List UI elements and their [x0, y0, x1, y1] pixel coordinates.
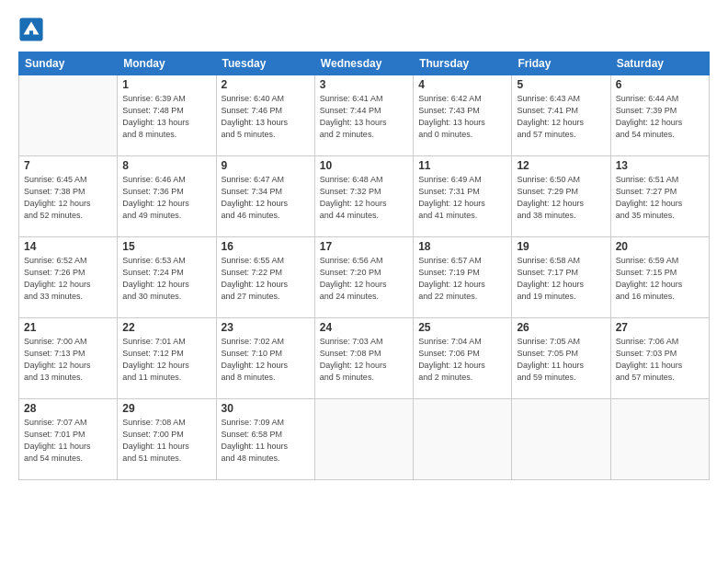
day-number: 10	[320, 159, 408, 172]
calendar-cell: 12Sunrise: 6:50 AM Sunset: 7:29 PM Dayli…	[512, 156, 610, 237]
calendar-cell: 4Sunrise: 6:42 AM Sunset: 7:43 PM Daylig…	[414, 75, 512, 156]
day-number: 9	[222, 159, 310, 172]
calendar-cell	[314, 399, 413, 480]
calendar-cell: 21Sunrise: 7:00 AM Sunset: 7:13 PM Dayli…	[19, 318, 118, 399]
column-header-saturday: Saturday	[610, 52, 709, 75]
calendar-table: SundayMondayTuesdayWednesdayThursdayFrid…	[18, 52, 710, 480]
calendar-cell: 22Sunrise: 7:01 AM Sunset: 7:12 PM Dayli…	[118, 318, 216, 399]
calendar-cell: 16Sunrise: 6:55 AM Sunset: 7:22 PM Dayli…	[216, 237, 314, 318]
day-info: Sunrise: 6:49 AM Sunset: 7:31 PM Dayligh…	[418, 174, 506, 222]
calendar-cell: 30Sunrise: 7:09 AM Sunset: 6:58 PM Dayli…	[216, 399, 314, 480]
day-number: 11	[418, 159, 506, 172]
calendar-cell: 6Sunrise: 6:44 AM Sunset: 7:39 PM Daylig…	[610, 75, 709, 156]
calendar-week-row: 1Sunrise: 6:39 AM Sunset: 7:48 PM Daylig…	[19, 75, 710, 156]
page-header	[18, 17, 710, 42]
day-number: 7	[24, 159, 112, 172]
day-number: 19	[517, 240, 605, 253]
calendar-header-row: SundayMondayTuesdayWednesdayThursdayFrid…	[19, 52, 710, 75]
day-info: Sunrise: 7:01 AM Sunset: 7:12 PM Dayligh…	[122, 336, 210, 384]
calendar-cell: 11Sunrise: 6:49 AM Sunset: 7:31 PM Dayli…	[414, 156, 512, 237]
day-info: Sunrise: 6:43 AM Sunset: 7:41 PM Dayligh…	[517, 93, 605, 141]
day-number: 5	[517, 78, 605, 91]
calendar-cell	[19, 75, 118, 156]
calendar-cell: 10Sunrise: 6:48 AM Sunset: 7:32 PM Dayli…	[314, 156, 413, 237]
day-number: 23	[222, 321, 310, 334]
day-info: Sunrise: 6:52 AM Sunset: 7:26 PM Dayligh…	[24, 255, 112, 303]
day-number: 30	[222, 402, 310, 415]
day-number: 6	[616, 78, 704, 91]
day-number: 2	[222, 78, 310, 91]
calendar-cell: 1Sunrise: 6:39 AM Sunset: 7:48 PM Daylig…	[118, 75, 216, 156]
day-info: Sunrise: 6:59 AM Sunset: 7:15 PM Dayligh…	[616, 255, 704, 303]
day-info: Sunrise: 6:39 AM Sunset: 7:48 PM Dayligh…	[122, 93, 210, 141]
day-number: 17	[320, 240, 408, 253]
day-info: Sunrise: 7:02 AM Sunset: 7:10 PM Dayligh…	[222, 336, 310, 384]
calendar-week-row: 7Sunrise: 6:45 AM Sunset: 7:38 PM Daylig…	[19, 156, 710, 237]
day-info: Sunrise: 7:06 AM Sunset: 7:03 PM Dayligh…	[616, 336, 704, 384]
day-info: Sunrise: 6:58 AM Sunset: 7:17 PM Dayligh…	[517, 255, 605, 303]
day-info: Sunrise: 7:03 AM Sunset: 7:08 PM Dayligh…	[320, 336, 408, 384]
day-info: Sunrise: 6:40 AM Sunset: 7:46 PM Dayligh…	[222, 93, 310, 141]
day-info: Sunrise: 6:56 AM Sunset: 7:20 PM Dayligh…	[320, 255, 408, 303]
calendar-cell	[610, 399, 709, 480]
calendar-cell: 23Sunrise: 7:02 AM Sunset: 7:10 PM Dayli…	[216, 318, 314, 399]
calendar-cell: 5Sunrise: 6:43 AM Sunset: 7:41 PM Daylig…	[512, 75, 610, 156]
day-number: 20	[616, 240, 704, 253]
column-header-tuesday: Tuesday	[216, 52, 314, 75]
day-info: Sunrise: 6:41 AM Sunset: 7:44 PM Dayligh…	[320, 93, 408, 141]
calendar-cell: 7Sunrise: 6:45 AM Sunset: 7:38 PM Daylig…	[19, 156, 118, 237]
calendar-week-row: 14Sunrise: 6:52 AM Sunset: 7:26 PM Dayli…	[19, 237, 710, 318]
day-info: Sunrise: 7:04 AM Sunset: 7:06 PM Dayligh…	[418, 336, 506, 384]
column-header-wednesday: Wednesday	[314, 52, 413, 75]
day-info: Sunrise: 6:50 AM Sunset: 7:29 PM Dayligh…	[517, 174, 605, 222]
day-number: 15	[122, 240, 210, 253]
day-info: Sunrise: 7:09 AM Sunset: 6:58 PM Dayligh…	[222, 417, 310, 465]
calendar-cell: 8Sunrise: 6:46 AM Sunset: 7:36 PM Daylig…	[118, 156, 216, 237]
day-number: 28	[24, 402, 112, 415]
day-number: 8	[122, 159, 210, 172]
day-info: Sunrise: 7:05 AM Sunset: 7:05 PM Dayligh…	[517, 336, 605, 384]
column-header-monday: Monday	[118, 52, 216, 75]
day-info: Sunrise: 7:07 AM Sunset: 7:01 PM Dayligh…	[24, 417, 112, 465]
calendar-cell: 17Sunrise: 6:56 AM Sunset: 7:20 PM Dayli…	[314, 237, 413, 318]
column-header-sunday: Sunday	[19, 52, 118, 75]
calendar-cell: 15Sunrise: 6:53 AM Sunset: 7:24 PM Dayli…	[118, 237, 216, 318]
day-number: 16	[222, 240, 310, 253]
day-info: Sunrise: 6:51 AM Sunset: 7:27 PM Dayligh…	[616, 174, 704, 222]
logo	[18, 17, 48, 42]
calendar-cell: 2Sunrise: 6:40 AM Sunset: 7:46 PM Daylig…	[216, 75, 314, 156]
day-number: 18	[418, 240, 506, 253]
logo-icon	[18, 17, 44, 42]
calendar-cell: 27Sunrise: 7:06 AM Sunset: 7:03 PM Dayli…	[610, 318, 709, 399]
day-number: 22	[122, 321, 210, 334]
day-number: 12	[517, 159, 605, 172]
column-header-thursday: Thursday	[414, 52, 512, 75]
day-info: Sunrise: 6:47 AM Sunset: 7:34 PM Dayligh…	[222, 174, 310, 222]
day-info: Sunrise: 6:46 AM Sunset: 7:36 PM Dayligh…	[122, 174, 210, 222]
day-info: Sunrise: 6:55 AM Sunset: 7:22 PM Dayligh…	[222, 255, 310, 303]
day-info: Sunrise: 6:53 AM Sunset: 7:24 PM Dayligh…	[122, 255, 210, 303]
calendar-cell: 20Sunrise: 6:59 AM Sunset: 7:15 PM Dayli…	[610, 237, 709, 318]
calendar-cell	[512, 399, 610, 480]
calendar-cell: 13Sunrise: 6:51 AM Sunset: 7:27 PM Dayli…	[610, 156, 709, 237]
day-number: 4	[418, 78, 506, 91]
day-number: 13	[616, 159, 704, 172]
calendar-cell: 18Sunrise: 6:57 AM Sunset: 7:19 PM Dayli…	[414, 237, 512, 318]
day-number: 25	[418, 321, 506, 334]
day-number: 24	[320, 321, 408, 334]
calendar-cell: 14Sunrise: 6:52 AM Sunset: 7:26 PM Dayli…	[19, 237, 118, 318]
calendar-cell: 25Sunrise: 7:04 AM Sunset: 7:06 PM Dayli…	[414, 318, 512, 399]
calendar-week-row: 21Sunrise: 7:00 AM Sunset: 7:13 PM Dayli…	[19, 318, 710, 399]
calendar-cell: 3Sunrise: 6:41 AM Sunset: 7:44 PM Daylig…	[314, 75, 413, 156]
day-number: 21	[24, 321, 112, 334]
day-info: Sunrise: 6:48 AM Sunset: 7:32 PM Dayligh…	[320, 174, 408, 222]
day-number: 29	[122, 402, 210, 415]
calendar-cell: 26Sunrise: 7:05 AM Sunset: 7:05 PM Dayli…	[512, 318, 610, 399]
calendar-cell: 9Sunrise: 6:47 AM Sunset: 7:34 PM Daylig…	[216, 156, 314, 237]
calendar-cell: 19Sunrise: 6:58 AM Sunset: 7:17 PM Dayli…	[512, 237, 610, 318]
day-info: Sunrise: 6:42 AM Sunset: 7:43 PM Dayligh…	[418, 93, 506, 141]
day-number: 14	[24, 240, 112, 253]
calendar-cell: 29Sunrise: 7:08 AM Sunset: 7:00 PM Dayli…	[118, 399, 216, 480]
calendar-cell	[414, 399, 512, 480]
calendar-week-row: 28Sunrise: 7:07 AM Sunset: 7:01 PM Dayli…	[19, 399, 710, 480]
